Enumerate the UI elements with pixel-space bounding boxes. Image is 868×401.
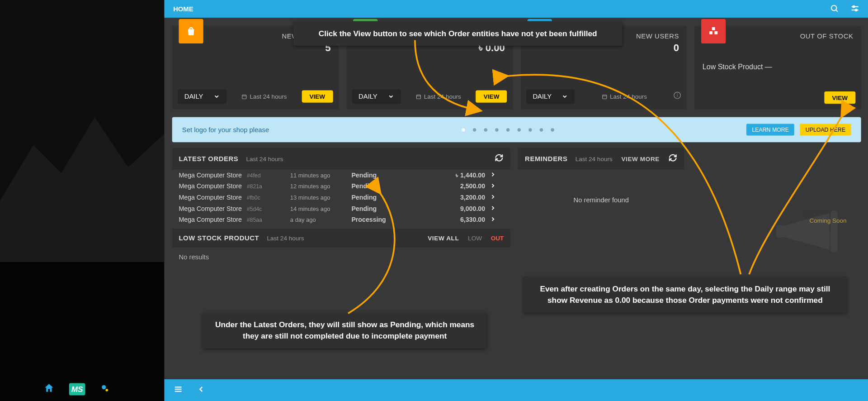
bag-icon [179,19,203,43]
order-time: 11 minutes ago [290,172,352,178]
svg-point-21 [853,5,855,7]
order-time: 12 minutes ago [290,183,352,190]
low-filter[interactable]: LOW [468,235,482,242]
stat-label: NEW USERS [636,32,679,40]
view-more-link[interactable]: VIEW MORE [621,155,660,162]
view-button[interactable]: VIEW [476,91,507,103]
chevron-right-icon [485,194,496,201]
view-button[interactable]: VIEW [824,91,855,104]
svg-point-17 [831,5,836,10]
window-label: Last 24 hours [601,93,647,100]
view-button[interactable]: VIEW [302,91,333,103]
topbar-sliders-icon[interactable] [850,3,860,15]
order-status: Processing [351,216,418,223]
order-status: Pending [351,194,418,201]
refresh-icon[interactable] [669,153,678,164]
order-status: Pending [351,205,418,212]
order-hash: #5d4c [245,206,262,212]
footer-home-icon[interactable] [43,382,55,396]
menu-icon[interactable] [173,384,183,396]
table-row[interactable]: Mega Computer Store #4fed11 minutes agoP… [172,170,510,181]
chevron-right-icon [485,171,496,179]
order-store: Mega Computer Store #fb0c [179,194,290,201]
order-amount: 3,200.00 [418,194,485,201]
order-store: Mega Computer Store #85aa [179,216,290,223]
topbar: HOME [164,0,868,18]
view-all-link[interactable]: VIEW ALL [428,235,459,242]
table-row[interactable]: Mega Computer Store #821a12 minutes agoP… [172,181,510,192]
order-status: Pending [351,183,418,190]
order-hash: #fb0c [245,195,260,201]
boxes-icon [701,19,726,43]
coming-soon-text: Coming Soon [810,217,847,224]
order-time: a day ago [290,216,352,223]
panel-title: LATEST ORDERS [179,155,238,162]
order-amount: 9,000.00 [418,205,485,212]
panel-latest-orders: LATEST ORDERS Last 24 hours Mega Compute… [172,148,510,276]
order-store: Mega Computer Store #4fed [179,172,290,178]
order-status: Pending [351,172,418,178]
range-select[interactable]: DAILY [526,89,575,104]
low-stock-line: Low Stock Product — [695,40,861,71]
svg-point-15 [102,385,106,389]
panel-window: Last 24 hours [267,235,304,242]
footer-settings-icon[interactable] [100,383,110,395]
order-store: Mega Computer Store #5d4c [179,205,290,212]
learn-more-button[interactable]: LEARN MORE [746,124,794,136]
range-select[interactable]: DAILY [178,89,226,104]
table-row[interactable]: Mega Computer Store #fb0c13 minutes agoP… [172,192,510,203]
table-row[interactable]: Mega Computer Store #5d4c14 minutes agoP… [172,203,510,214]
svg-rect-28 [416,95,420,98]
window-label: Last 24 hours [415,93,461,100]
svg-rect-26 [242,95,246,98]
chevron-right-icon [485,216,496,224]
megaphone-icon [772,198,856,267]
window-label: Last 24 hours [241,93,287,100]
refresh-icon[interactable] [495,153,504,164]
order-time: 13 minutes ago [290,194,352,201]
no-results: No results [172,248,510,267]
breadcrumb-home[interactable]: HOME [173,5,193,13]
range-select[interactable]: DAILY [352,89,401,104]
banner-message: Set logo for your shop please [182,126,269,134]
bottombar [164,379,868,401]
reminders-empty: No reminder found [518,170,684,231]
tooltip-bottom-left: Under the Latest Orders, they will still… [203,312,486,348]
svg-rect-1 [0,262,164,401]
svg-point-16 [105,389,108,391]
banner-dots[interactable] [462,128,554,131]
ms-badge[interactable]: MS [69,383,85,395]
order-hash: #85aa [245,217,262,223]
panel-coming-soon: Coming Soon [692,148,861,276]
out-filter[interactable]: OUT [491,235,504,242]
topbar-search-icon[interactable] [830,4,839,14]
panel-window: Last 24 hours [576,155,613,162]
svg-rect-32 [603,95,607,98]
banner: Set logo for your shop please LEARN MORE… [172,117,861,142]
stat-label: OUT OF STOCK [800,32,854,40]
upload-here-button[interactable]: UPLOAD HERE [800,124,851,136]
table-row[interactable]: Mega Computer Store #85aaa day agoProces… [172,214,510,225]
order-hash: #821a [245,183,262,190]
order-amount: ৳ 1,440.00 [418,172,485,179]
svg-text:i: i [677,93,678,98]
back-icon[interactable] [197,385,206,396]
order-store: Mega Computer Store #821a [179,183,290,190]
chevron-right-icon [485,182,496,190]
card-out-of-stock: OUT OF STOCK Low Stock Product — VIEW [695,26,861,110]
tooltip-top: Click the View button to see which Order… [293,21,622,46]
tooltip-bottom-right: Even after creating Orders on the same d… [524,277,847,313]
panel-title: LOW STOCK PRODUCT [179,234,259,242]
order-amount: 2,500.00 [418,183,485,190]
order-hash: #4fed [245,172,260,179]
svg-line-18 [836,10,838,12]
svg-rect-38 [715,31,718,34]
panel-title: REMINDERS [525,155,567,162]
panel-reminders: REMINDERS Last 24 hours VIEW MORE No rem… [518,148,684,276]
svg-rect-36 [712,27,715,30]
order-time: 14 minutes ago [290,205,352,212]
info-circle-icon[interactable]: i [674,91,681,101]
panel-window: Last 24 hours [246,155,283,162]
order-amount: 6,330.00 [418,216,485,223]
svg-rect-37 [709,31,712,34]
